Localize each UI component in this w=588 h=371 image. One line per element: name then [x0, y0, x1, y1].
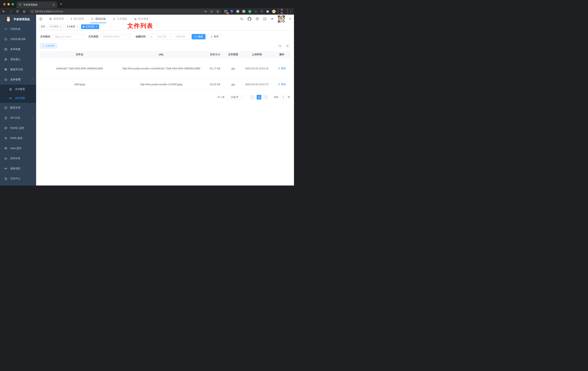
help-icon[interactable]	[255, 17, 259, 21]
home-icon[interactable]	[22, 10, 26, 13]
topnav-workflow[interactable]: 工作流程	[113, 15, 127, 23]
shield-check-icon	[4, 38, 8, 41]
tag-profile[interactable]: 个人中心 ✕	[48, 24, 63, 29]
refresh-table-button[interactable]	[285, 43, 290, 48]
site-info-icon[interactable]	[31, 10, 34, 13]
sidebar-submenu-file: 文件配置 文件列表	[0, 85, 36, 103]
github-icon[interactable]	[248, 17, 251, 21]
app-window: 芋道管理系统 代码生成 代码生成示例 表单构建 系统接口 数据库文档 文件管理	[0, 15, 294, 186]
page-scrollbar[interactable]	[293, 15, 294, 186]
sidebar-item-trace[interactable]: 链路追踪	[0, 163, 36, 174]
sidebar-item-db-doc[interactable]: 数据库文档	[0, 64, 36, 74]
reset-button[interactable]: 重置	[208, 34, 221, 39]
main-area: 系统管理 ¥ 支付管理 基础设施 工作流程 统计报表	[36, 15, 294, 186]
sidebar-item-file-list[interactable]: 文件列表	[0, 94, 36, 103]
sidebar-fold-icon[interactable]	[39, 17, 43, 21]
toggle-search-button[interactable]	[277, 43, 283, 48]
page-size-select[interactable]: 10条/页	[228, 95, 245, 100]
bookmark-star-icon[interactable]	[216, 10, 219, 13]
rabbit-logo	[5, 16, 11, 22]
prev-page-button[interactable]: ‹	[250, 95, 255, 99]
sidebar-item-redis-monitor[interactable]: Redis 监控	[0, 133, 36, 143]
close-icon[interactable]: ✕	[76, 25, 78, 28]
topnav-infrastructure[interactable]: 基础设施	[91, 15, 106, 23]
close-window-button[interactable]	[3, 3, 6, 5]
browser-menu-kebab-icon[interactable]: ⋮	[289, 10, 292, 13]
window-controls[interactable]	[3, 3, 14, 5]
file-path-input[interactable]	[53, 35, 83, 38]
sidebar-item-code-demo[interactable]: 代码生成示例	[0, 34, 36, 44]
sidebar-item-code-gen[interactable]: 代码生成	[0, 24, 36, 34]
goto-page-input[interactable]	[280, 95, 286, 100]
tag-home[interactable]: 首页	[39, 24, 47, 29]
sidebar-item-file-config[interactable]: 文件配置	[0, 85, 36, 94]
extension-puzzle-icon[interactable]	[266, 10, 269, 13]
layers-icon	[4, 137, 8, 140]
start-date-placeholder[interactable]: 开始日期	[154, 35, 169, 38]
extension-tag-manager-icon[interactable]: 11	[224, 10, 228, 13]
share-icon[interactable]	[210, 10, 213, 13]
end-date-placeholder[interactable]: 结束日期	[173, 35, 188, 38]
extension-y-green-icon[interactable]: y	[248, 10, 252, 13]
minimize-window-button[interactable]	[7, 3, 10, 5]
briefcase-icon	[113, 18, 116, 21]
sidebar-item-api-log[interactable]: API 日志	[0, 113, 36, 123]
sidebar-item-mysql-monitor[interactable]: MySQL 监控	[0, 123, 36, 133]
tag-file-list[interactable]: 文件列表 ✕	[81, 24, 99, 29]
sidebar-item-system-api[interactable]: 系统接口	[0, 54, 36, 64]
fullscreen-icon[interactable]	[263, 17, 267, 21]
sidebar-item-log-center[interactable]: 日志中心	[0, 174, 36, 184]
new-tab-button[interactable]: +	[60, 2, 62, 6]
sidebar-item-form-builder[interactable]: 表单构建	[0, 44, 36, 54]
avatar[interactable]	[278, 15, 285, 23]
sidebar-item-config-management[interactable]: 配置管理	[0, 103, 36, 113]
upload-file-button[interactable]: + 上传文件	[40, 43, 57, 48]
table-toolbar: + 上传文件	[40, 43, 290, 48]
db-table-icon	[4, 68, 8, 71]
extension-star-green-icon[interactable]	[254, 10, 258, 13]
url-bar[interactable]: 127.0.0.1:1024/infra/file/file	[29, 9, 221, 14]
reload-icon[interactable]	[16, 10, 19, 13]
sidebar-item-java-monitor[interactable]: Java 监控	[0, 143, 36, 153]
zoom-window-button[interactable]	[11, 3, 14, 5]
forward-icon[interactable]	[9, 10, 12, 13]
total-count: 共 2 条	[217, 95, 225, 99]
tab-close-icon[interactable]: ✕	[52, 3, 55, 6]
caret-down-icon[interactable]	[289, 18, 291, 20]
date-range-picker[interactable]: 开始日期 - 结束日期	[148, 34, 190, 39]
extension-eye-blue-icon[interactable]	[260, 10, 263, 13]
next-page-button[interactable]: ›	[263, 95, 268, 99]
browser-tab[interactable]: 芋道管理系统 ✕	[16, 1, 57, 8]
tag-file-config[interactable]: 文件配置 ✕	[65, 24, 80, 29]
search-button[interactable]: 搜索	[192, 34, 206, 39]
topnav-payment-management[interactable]: ¥ 支付管理	[71, 15, 84, 23]
timer-icon	[4, 157, 8, 160]
code-icon	[4, 27, 8, 31]
password-key-icon[interactable]	[204, 10, 207, 13]
search-icon[interactable]	[240, 17, 243, 21]
cloud-download-icon	[4, 78, 8, 81]
close-icon[interactable]: ✕	[60, 25, 62, 28]
col-header-type: 文件类型	[226, 53, 240, 56]
extension-gray-dot-icon[interactable]	[242, 10, 245, 13]
browser-update-button[interactable]: 更新	[278, 7, 288, 15]
page-number-1[interactable]: 1	[257, 95, 261, 99]
back-icon[interactable]	[2, 10, 5, 13]
delete-button[interactable]: 删除	[278, 83, 286, 86]
sidebar-item-file-management[interactable]: 文件管理	[0, 74, 36, 85]
topnav-system-management[interactable]: 系统管理	[49, 15, 64, 23]
file-type-select[interactable]: 请选择文件类型	[101, 34, 131, 39]
yen-icon: ¥	[71, 18, 72, 21]
extension-pin-icon[interactable]	[230, 10, 233, 13]
form-grid-icon	[4, 48, 8, 51]
sidebar-item-scheduled-tasks[interactable]: 定时任务	[0, 153, 36, 163]
close-icon[interactable]: ✕	[95, 25, 97, 28]
delete-button[interactable]: 删除	[278, 67, 286, 70]
font-size-icon[interactable]: TT	[271, 17, 273, 21]
sidebar-logo-row[interactable]: 芋道管理系统	[0, 15, 36, 24]
doc-edit-icon	[4, 177, 8, 180]
browser-tabstrip: 芋道管理系统 ✕ +	[0, 0, 294, 8]
extension-command-icon[interactable]: ⌘	[236, 10, 240, 13]
extension-emoji-icon[interactable]	[272, 10, 276, 13]
cell-url: http://test.yudao.iocoder.cn/a294ecb2-73…	[119, 66, 204, 70]
